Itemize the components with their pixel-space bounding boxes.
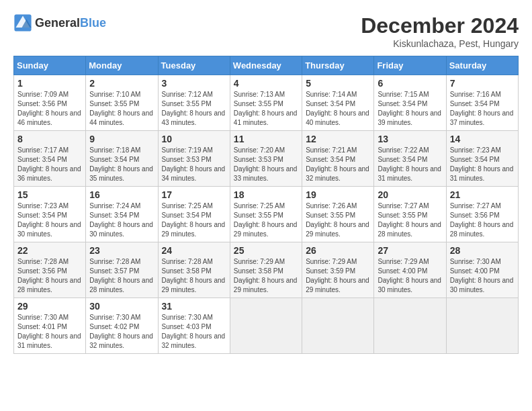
day-number: 29 xyxy=(17,301,82,312)
calendar-cell: 10 Sunrise: 7:19 AM Sunset: 3:53 PM Dayl… xyxy=(158,131,230,187)
day-info: Sunrise: 7:28 AM Sunset: 3:58 PM Dayligh… xyxy=(162,257,226,295)
day-number: 9 xyxy=(89,134,154,144)
day-info: Sunrise: 7:14 AM Sunset: 3:54 PM Dayligh… xyxy=(306,90,370,128)
day-info: Sunrise: 7:27 AM Sunset: 3:56 PM Dayligh… xyxy=(450,201,515,239)
calendar-cell: 18 Sunrise: 7:25 AM Sunset: 3:55 PM Dayl… xyxy=(230,187,302,242)
day-info: Sunrise: 7:28 AM Sunset: 3:57 PM Dayligh… xyxy=(89,257,154,295)
day-info: Sunrise: 7:26 AM Sunset: 3:55 PM Dayligh… xyxy=(306,201,370,239)
general-blue-icon xyxy=(13,13,32,32)
col-saturday: Saturday xyxy=(446,56,518,75)
calendar-cell: 12 Sunrise: 7:21 AM Sunset: 3:54 PM Dayl… xyxy=(302,131,374,187)
col-wednesday: Wednesday xyxy=(230,56,302,75)
day-info: Sunrise: 7:23 AM Sunset: 3:54 PM Dayligh… xyxy=(17,201,82,239)
day-number: 17 xyxy=(162,189,226,200)
day-number: 4 xyxy=(234,78,298,89)
day-info: Sunrise: 7:28 AM Sunset: 3:56 PM Dayligh… xyxy=(17,257,82,295)
day-info: Sunrise: 7:30 AM Sunset: 4:03 PM Dayligh… xyxy=(162,313,226,351)
day-number: 12 xyxy=(306,134,370,144)
day-info: Sunrise: 7:21 AM Sunset: 3:54 PM Dayligh… xyxy=(306,146,370,183)
day-info: Sunrise: 7:09 AM Sunset: 3:56 PM Dayligh… xyxy=(17,90,82,128)
day-info: Sunrise: 7:17 AM Sunset: 3:54 PM Dayligh… xyxy=(17,146,82,183)
calendar-cell: 24 Sunrise: 7:28 AM Sunset: 3:58 PM Dayl… xyxy=(158,242,230,298)
day-info: Sunrise: 7:15 AM Sunset: 3:54 PM Dayligh… xyxy=(378,90,442,128)
logo-blue: Blue xyxy=(80,16,106,30)
calendar-cell: 21 Sunrise: 7:27 AM Sunset: 3:56 PM Dayl… xyxy=(446,187,518,242)
day-info: Sunrise: 7:18 AM Sunset: 3:54 PM Dayligh… xyxy=(89,146,154,183)
day-number: 14 xyxy=(450,134,515,144)
day-number: 18 xyxy=(234,189,298,200)
calendar-week-row: 15 Sunrise: 7:23 AM Sunset: 3:54 PM Dayl… xyxy=(14,187,519,242)
calendar-cell xyxy=(302,298,374,354)
day-info: Sunrise: 7:30 AM Sunset: 4:01 PM Dayligh… xyxy=(17,313,82,351)
col-tuesday: Tuesday xyxy=(158,56,230,75)
calendar-cell: 7 Sunrise: 7:16 AM Sunset: 3:54 PM Dayli… xyxy=(446,75,518,131)
logo-general: General xyxy=(35,16,80,30)
calendar-cell: 6 Sunrise: 7:15 AM Sunset: 3:54 PM Dayli… xyxy=(374,75,446,131)
day-number: 20 xyxy=(378,189,442,200)
calendar-week-row: 29 Sunrise: 7:30 AM Sunset: 4:01 PM Dayl… xyxy=(14,298,519,354)
day-number: 22 xyxy=(17,245,82,256)
day-info: Sunrise: 7:16 AM Sunset: 3:54 PM Dayligh… xyxy=(450,90,515,128)
calendar-cell: 3 Sunrise: 7:12 AM Sunset: 3:55 PM Dayli… xyxy=(158,75,230,131)
calendar-cell xyxy=(446,298,518,354)
calendar-cell: 4 Sunrise: 7:13 AM Sunset: 3:55 PM Dayli… xyxy=(230,75,302,131)
calendar-cell: 17 Sunrise: 7:25 AM Sunset: 3:54 PM Dayl… xyxy=(158,187,230,242)
day-info: Sunrise: 7:23 AM Sunset: 3:54 PM Dayligh… xyxy=(450,146,515,183)
calendar-cell: 5 Sunrise: 7:14 AM Sunset: 3:54 PM Dayli… xyxy=(302,75,374,131)
day-info: Sunrise: 7:29 AM Sunset: 3:58 PM Dayligh… xyxy=(234,257,298,295)
day-info: Sunrise: 7:20 AM Sunset: 3:53 PM Dayligh… xyxy=(234,146,298,183)
day-number: 27 xyxy=(378,245,442,256)
calendar-cell xyxy=(374,298,446,354)
day-number: 28 xyxy=(450,245,515,256)
calendar-cell: 30 Sunrise: 7:30 AM Sunset: 4:02 PM Dayl… xyxy=(86,298,158,354)
day-info: Sunrise: 7:30 AM Sunset: 4:02 PM Dayligh… xyxy=(89,313,154,351)
day-number: 10 xyxy=(162,134,226,144)
calendar-title: December 2024 xyxy=(361,13,519,38)
day-number: 31 xyxy=(162,301,226,312)
calendar-cell: 22 Sunrise: 7:28 AM Sunset: 3:56 PM Dayl… xyxy=(14,242,86,298)
calendar-cell: 15 Sunrise: 7:23 AM Sunset: 3:54 PM Dayl… xyxy=(14,187,86,242)
day-number: 19 xyxy=(306,189,370,200)
day-number: 11 xyxy=(234,134,298,144)
calendar-cell: 20 Sunrise: 7:27 AM Sunset: 3:55 PM Dayl… xyxy=(374,187,446,242)
logo: GeneralBlue xyxy=(13,13,106,32)
calendar-cell: 19 Sunrise: 7:26 AM Sunset: 3:55 PM Dayl… xyxy=(302,187,374,242)
col-monday: Monday xyxy=(86,56,158,75)
day-info: Sunrise: 7:10 AM Sunset: 3:55 PM Dayligh… xyxy=(89,90,154,128)
calendar-cell: 25 Sunrise: 7:29 AM Sunset: 3:58 PM Dayl… xyxy=(230,242,302,298)
calendar-cell: 27 Sunrise: 7:29 AM Sunset: 4:00 PM Dayl… xyxy=(374,242,446,298)
day-info: Sunrise: 7:30 AM Sunset: 4:00 PM Dayligh… xyxy=(450,257,515,295)
calendar-week-row: 22 Sunrise: 7:28 AM Sunset: 3:56 PM Dayl… xyxy=(14,242,519,298)
day-number: 5 xyxy=(306,78,370,89)
calendar-cell: 11 Sunrise: 7:20 AM Sunset: 3:53 PM Dayl… xyxy=(230,131,302,187)
day-number: 23 xyxy=(89,245,154,256)
col-thursday: Thursday xyxy=(302,56,374,75)
col-friday: Friday xyxy=(374,56,446,75)
day-info: Sunrise: 7:13 AM Sunset: 3:55 PM Dayligh… xyxy=(234,90,298,128)
calendar-subtitle: Kiskunlachaza, Pest, Hungary xyxy=(361,38,519,49)
day-info: Sunrise: 7:25 AM Sunset: 3:55 PM Dayligh… xyxy=(234,201,298,239)
day-number: 6 xyxy=(378,78,442,89)
calendar-week-row: 8 Sunrise: 7:17 AM Sunset: 3:54 PM Dayli… xyxy=(14,131,519,187)
calendar-cell: 1 Sunrise: 7:09 AM Sunset: 3:56 PM Dayli… xyxy=(14,75,86,131)
day-info: Sunrise: 7:29 AM Sunset: 4:00 PM Dayligh… xyxy=(378,257,442,295)
calendar-cell: 2 Sunrise: 7:10 AM Sunset: 3:55 PM Dayli… xyxy=(86,75,158,131)
col-sunday: Sunday xyxy=(14,56,86,75)
day-info: Sunrise: 7:29 AM Sunset: 3:59 PM Dayligh… xyxy=(306,257,370,295)
day-number: 13 xyxy=(378,134,442,144)
calendar-cell: 14 Sunrise: 7:23 AM Sunset: 3:54 PM Dayl… xyxy=(446,131,518,187)
calendar-cell: 26 Sunrise: 7:29 AM Sunset: 3:59 PM Dayl… xyxy=(302,242,374,298)
header-row: Sunday Monday Tuesday Wednesday Thursday… xyxy=(14,56,519,75)
header: GeneralBlue December 2024 Kiskunlachaza,… xyxy=(13,13,519,49)
day-number: 24 xyxy=(162,245,226,256)
calendar-table: Sunday Monday Tuesday Wednesday Thursday… xyxy=(13,56,519,354)
calendar-cell: 28 Sunrise: 7:30 AM Sunset: 4:00 PM Dayl… xyxy=(446,242,518,298)
calendar-cell xyxy=(230,298,302,354)
day-number: 3 xyxy=(162,78,226,89)
day-number: 7 xyxy=(450,78,515,89)
title-area: December 2024 Kiskunlachaza, Pest, Hunga… xyxy=(361,13,519,49)
calendar-cell: 16 Sunrise: 7:24 AM Sunset: 3:54 PM Dayl… xyxy=(86,187,158,242)
day-info: Sunrise: 7:25 AM Sunset: 3:54 PM Dayligh… xyxy=(162,201,226,239)
day-number: 8 xyxy=(17,134,82,144)
day-number: 26 xyxy=(306,245,370,256)
